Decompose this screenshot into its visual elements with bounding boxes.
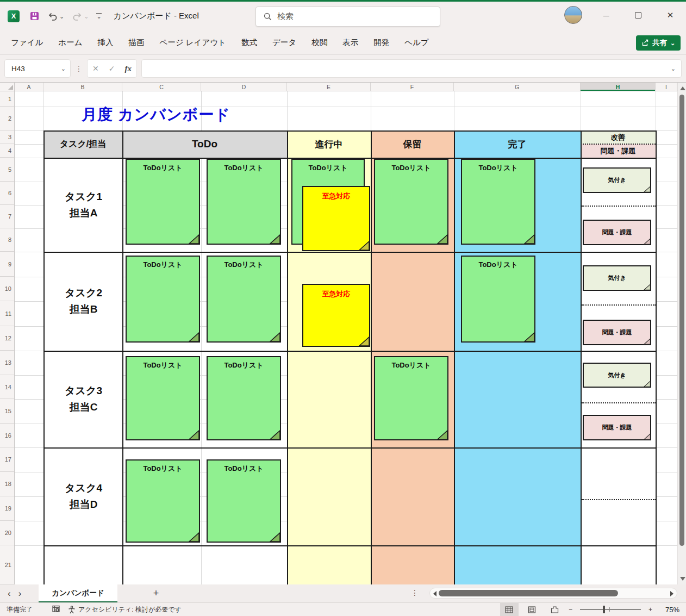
sticky-note-todo[interactable]: ToDoリスト [126, 159, 200, 245]
row-header-21[interactable]: 21 [0, 545, 14, 584]
row-header-13[interactable]: 13 [0, 351, 14, 375]
redo-dropdown-icon[interactable]: ⌄ [84, 14, 89, 18]
save-button[interactable] [28, 9, 41, 23]
sticky-note-todo[interactable]: ToDoリスト [207, 356, 281, 440]
scroll-left-icon[interactable] [433, 591, 436, 596]
scroll-down-icon[interactable] [680, 577, 685, 581]
row-header-18[interactable]: 18 [0, 472, 14, 496]
tabbar-dots-icon[interactable]: ⋮ [411, 588, 419, 597]
column-header-D[interactable]: D [201, 83, 287, 91]
sticky-note-todo[interactable]: ToDoリスト [207, 459, 281, 543]
column-header-I[interactable]: I [656, 83, 677, 91]
macro-record-button[interactable] [52, 605, 60, 614]
sticky-note-todo[interactable]: ToDoリスト [126, 256, 200, 343]
row-header-11[interactable]: 11 [0, 301, 14, 326]
ribbon-tab-5[interactable]: 数式 [234, 30, 265, 55]
row-header-1[interactable]: 1 [0, 91, 14, 107]
select-all-button[interactable] [0, 83, 15, 91]
sticky-note-issue[interactable]: 問題・課題 [583, 320, 651, 345]
ribbon-tab-9[interactable]: 開発 [366, 30, 397, 55]
sheet-nav-left-icon[interactable]: ‹ [0, 588, 18, 599]
column-header-F[interactable]: F [371, 83, 454, 91]
sticky-note-notice[interactable]: 気付き [583, 265, 651, 291]
column-header-E[interactable]: E [287, 83, 371, 91]
undo-button[interactable]: ⌄ [46, 10, 65, 23]
row-header-4[interactable]: 4 [0, 144, 14, 158]
sticky-note-notice[interactable]: 気付き [583, 167, 651, 193]
column-header-A[interactable]: A [15, 83, 43, 91]
sticky-note-todo[interactable]: ToDoリスト [126, 459, 200, 543]
minimize-button[interactable]: ─ [594, 2, 619, 29]
row-header-16[interactable]: 16 [0, 424, 14, 447]
column-header-H[interactable]: H [581, 83, 656, 91]
column-header-G[interactable]: G [454, 83, 581, 91]
row-header-17[interactable]: 17 [0, 447, 14, 472]
sticky-note-todo[interactable]: ToDoリスト [207, 159, 281, 245]
ribbon-tab-10[interactable]: ヘルプ [397, 30, 436, 55]
scroll-right-icon[interactable] [670, 591, 673, 596]
vertical-scrollbar[interactable] [677, 83, 686, 584]
ribbon-tab-0[interactable]: ファイル [3, 30, 51, 55]
name-box[interactable]: H43 ⌄ [4, 59, 71, 78]
row-header-10[interactable]: 10 [0, 277, 14, 301]
ribbon-tab-6[interactable]: データ [265, 30, 304, 55]
row-header-7[interactable]: 7 [0, 205, 14, 228]
row-header-8[interactable]: 8 [0, 228, 14, 252]
insert-function-button[interactable]: fx [124, 64, 132, 73]
zoom-in-button[interactable]: + [648, 606, 652, 613]
formula-input[interactable]: ⌄ [141, 59, 682, 78]
add-sheet-button[interactable]: + [149, 588, 164, 599]
confirm-entry-icon[interactable]: ✓ [109, 64, 115, 73]
row-header-3[interactable]: 3 [0, 130, 14, 144]
row-header-2[interactable]: 2 [0, 107, 14, 130]
page-break-view-button[interactable] [546, 603, 564, 616]
sheet-tab-active[interactable]: カンバンボード [39, 584, 117, 602]
excel-app-icon[interactable]: X [8, 10, 20, 22]
sticky-note-todo[interactable]: ToDoリスト [461, 159, 535, 245]
sheet-nav-right-icon[interactable]: › [18, 588, 29, 599]
horizontal-scrollbar-thumb[interactable] [439, 590, 618, 596]
row-header-6[interactable]: 6 [0, 182, 14, 205]
close-button[interactable]: ✕ [658, 2, 683, 29]
column-header-B[interactable]: B [43, 83, 122, 91]
accessibility-checker-button[interactable]: アクセシビリティ: 検討が必要です [68, 605, 182, 614]
formula-bar-expand-icon[interactable]: ⌄ [671, 66, 676, 71]
sticky-note-urgent[interactable]: 至急対応 [302, 284, 370, 347]
zoom-level[interactable]: 75% [657, 606, 679, 614]
search-box[interactable]: 検索 [255, 7, 440, 27]
maximize-button[interactable] [626, 2, 651, 29]
sticky-note-todo[interactable]: ToDoリスト [461, 256, 535, 343]
zoom-out-button[interactable]: − [569, 606, 572, 613]
cancel-entry-icon[interactable]: ✕ [92, 64, 99, 73]
sticky-note-todo[interactable]: ToDoリスト [207, 256, 281, 343]
ribbon-tab-1[interactable]: ホーム [51, 30, 90, 55]
ribbon-tab-3[interactable]: 描画 [121, 30, 152, 55]
normal-view-button[interactable] [500, 603, 519, 616]
row-header-20[interactable]: 20 [0, 521, 14, 545]
sticky-note-issue[interactable]: 問題・課題 [583, 415, 651, 440]
sticky-note-todo[interactable]: ToDoリスト [374, 159, 448, 245]
sheet-cells[interactable]: タスク/担当 ToDo 進行中 保留 完了 改善 問題・課題 [15, 91, 677, 584]
row-header-5[interactable]: 5 [0, 158, 14, 182]
ribbon-tab-4[interactable]: ページ レイアウト [152, 30, 234, 55]
scroll-up-icon[interactable] [680, 86, 685, 90]
row-header-12[interactable]: 12 [0, 326, 14, 351]
ribbon-tab-2[interactable]: 挿入 [90, 30, 121, 55]
redo-button[interactable]: ⌄ [71, 10, 90, 23]
zoom-slider[interactable] [580, 609, 641, 610]
sticky-note-notice[interactable]: 気付き [583, 363, 651, 388]
sticky-note-todo[interactable]: ToDoリスト [374, 356, 448, 440]
name-box-dropdown-icon[interactable]: ⌄ [61, 66, 66, 71]
sticky-note-issue[interactable]: 問題・課題 [583, 220, 651, 245]
sticky-note-urgent[interactable]: 至急対応 [302, 186, 370, 251]
sticky-note-todo[interactable]: ToDoリスト [126, 356, 200, 440]
row-header-9[interactable]: 9 [0, 252, 14, 277]
ribbon-tab-8[interactable]: 表示 [335, 30, 366, 55]
column-header-C[interactable]: C [122, 83, 201, 91]
row-header-15[interactable]: 15 [0, 399, 14, 424]
page-layout-view-button[interactable] [523, 603, 541, 616]
horizontal-scrollbar[interactable] [429, 588, 677, 599]
zoom-slider-thumb[interactable] [603, 606, 605, 613]
row-header-19[interactable]: 19 [0, 496, 14, 521]
user-avatar[interactable] [564, 6, 582, 24]
